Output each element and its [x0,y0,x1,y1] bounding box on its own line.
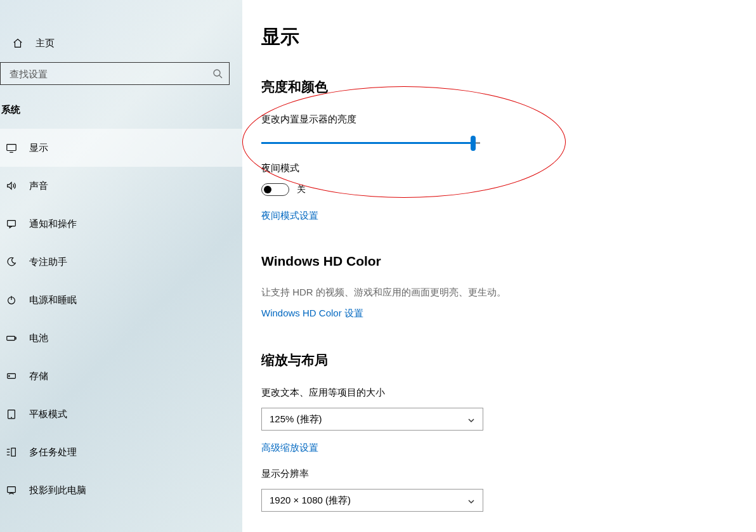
home-nav[interactable]: 主页 [0,28,242,58]
svg-rect-8 [15,337,16,339]
home-icon [11,37,24,49]
page-title: 显示 [261,24,737,50]
sidebar-item-label: 声音 [29,180,48,192]
main-content: 显示 亮度和颜色 更改内置显示器的亮度 夜间模式 关 夜间模式设置 Window… [242,0,756,532]
sidebar-item-label: 通知和操作 [29,218,77,230]
power-icon [5,294,18,306]
svg-rect-17 [8,487,16,493]
chevron-down-icon [467,415,475,423]
brightness-slider[interactable] [261,134,480,152]
sidebar-section-label: 系统 [0,85,242,129]
sidebar-item-label: 显示 [29,142,48,154]
sidebar-item-sound[interactable]: 声音 [0,167,242,205]
battery-icon [5,332,18,344]
advanced-scaling-link[interactable]: 高级缩放设置 [261,442,318,454]
section-scale-layout: 缩放与布局 更改文本、应用等项目的大小 125% (推荐) 高级缩放设置 显示分… [261,351,737,512]
sidebar-item-label: 电池 [29,332,48,344]
resolution-dropdown[interactable]: 1920 × 1080 (推荐) [261,489,483,512]
sidebar-item-battery[interactable]: 电池 [0,319,242,357]
slider-thumb[interactable] [471,136,476,151]
svg-point-0 [214,70,220,76]
sidebar-item-tablet-mode[interactable]: 平板模式 [0,395,242,433]
sound-icon [5,179,18,192]
hd-color-settings-link[interactable]: Windows HD Color 设置 [261,308,363,320]
section-hd-color: Windows HD Color 让支持 HDR 的视频、游戏和应用的画面更明亮… [261,254,737,320]
chevron-down-icon [467,496,475,504]
sidebar-item-focus-assist[interactable]: 专注助手 [0,243,242,281]
projecting-icon [5,484,18,496]
moon-icon [5,256,18,268]
storage-icon [5,370,18,382]
hd-color-desc: 让支持 HDR 的视频、游戏和应用的画面更明亮、更生动。 [261,287,737,299]
search-box [0,62,230,85]
svg-rect-7 [7,336,15,340]
section-heading: 亮度和颜色 [261,78,737,96]
resolution-label: 显示分辨率 [261,468,737,480]
night-mode-toggle[interactable] [261,183,289,196]
slider-fill [261,142,474,144]
sidebar-item-label: 平板模式 [29,408,67,420]
notifications-icon [5,217,18,230]
search-icon [212,68,223,79]
sidebar-item-display[interactable]: 显示 [0,129,242,167]
svg-rect-16 [11,448,15,457]
night-mode-toggle-row: 关 [261,183,737,196]
sidebar: 主页 系统 显示 声音 通知和操作 专注助手 电源和睡眠 [0,0,242,532]
svg-rect-4 [8,221,16,226]
text-size-label: 更改文本、应用等项目的大小 [261,387,737,399]
multitasking-icon [5,446,18,458]
text-size-dropdown[interactable]: 125% (推荐) [261,408,483,431]
dropdown-value: 125% (推荐) [270,413,322,425]
night-mode-label: 夜间模式 [261,162,737,174]
toggle-knob [264,186,271,193]
svg-line-1 [219,75,222,78]
section-brightness-color: 亮度和颜色 更改内置显示器的亮度 夜间模式 关 夜间模式设置 [261,78,737,222]
sidebar-item-notifications[interactable]: 通知和操作 [0,205,242,243]
sidebar-item-label: 存储 [29,370,48,382]
sidebar-item-projecting[interactable]: 投影到此电脑 [0,471,242,509]
tablet-icon [5,408,18,420]
home-label: 主页 [36,37,55,49]
section-heading: 缩放与布局 [261,351,737,369]
sidebar-item-multitasking[interactable]: 多任务处理 [0,433,242,471]
svg-point-10 [9,375,10,376]
sidebar-item-label: 电源和睡眠 [29,294,77,306]
sidebar-item-label: 多任务处理 [29,446,77,458]
sidebar-item-power-sleep[interactable]: 电源和睡眠 [0,281,242,319]
svg-rect-2 [7,145,16,151]
sidebar-item-label: 专注助手 [29,256,67,268]
nav-list: 显示 声音 通知和操作 专注助手 电源和睡眠 电池 存储 平板模式 [0,129,242,509]
night-mode-settings-link[interactable]: 夜间模式设置 [261,210,318,222]
section-heading: Windows HD Color [261,254,737,269]
search-input[interactable] [10,68,212,79]
dropdown-value: 1920 × 1080 (推荐) [270,495,351,507]
display-icon [5,141,18,154]
sidebar-item-storage[interactable]: 存储 [0,357,242,395]
night-mode-state: 关 [297,184,306,195]
brightness-slider-label: 更改内置显示器的亮度 [261,114,737,126]
search-input-wrap[interactable] [0,62,230,85]
sidebar-item-label: 投影到此电脑 [29,484,86,496]
